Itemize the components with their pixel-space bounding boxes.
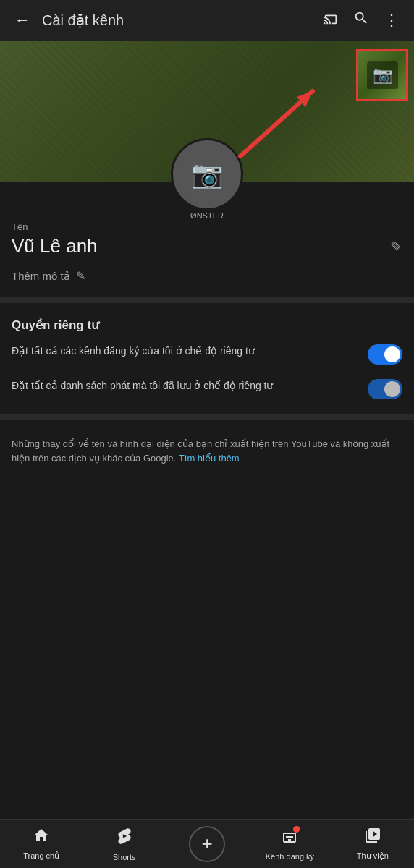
notice-text: Những thay đổi về tên và hình đại diện c…	[12, 437, 402, 465]
more-options-icon[interactable]: ⋮	[381, 8, 402, 33]
library-label: Thư viện	[357, 851, 389, 861]
banner-area: 📷 📷 ØNSTER	[0, 41, 414, 182]
edit-description-icon[interactable]: ✎	[76, 269, 85, 283]
shorts-icon	[115, 827, 134, 850]
toggle-knob	[384, 346, 400, 362]
avatar-camera-icon: 📷	[191, 159, 224, 190]
avatar[interactable]: 📷 ØNSTER	[171, 138, 243, 210]
page-title: Cài đặt kênh	[42, 12, 311, 29]
library-icon	[364, 827, 381, 848]
learn-more-link[interactable]: Tìm hiểu thêm	[179, 453, 240, 464]
toggle-knob-2	[384, 381, 400, 397]
subscriptions-icon	[281, 827, 298, 849]
nav-home[interactable]: Trang chủ	[0, 820, 83, 868]
description-row[interactable]: Thêm mô tả ✎	[12, 269, 402, 283]
subscriptions-label: Kênh đăng ký	[266, 852, 314, 861]
add-icon: +	[201, 833, 212, 855]
edit-name-icon[interactable]: ✎	[390, 238, 402, 255]
subscriptions-privacy-toggle[interactable]	[368, 344, 402, 365]
subscription-badge	[293, 826, 300, 833]
shorts-label: Shorts	[113, 853, 136, 861]
avatar-channel-label: ØNSTER	[190, 211, 224, 220]
playlists-privacy-label: Đặt tất cả danh sách phát mà tôi đã lưu …	[12, 379, 359, 393]
cast-icon[interactable]	[320, 7, 342, 33]
search-icon[interactable]	[350, 7, 372, 33]
privacy-section-title: Quyền riêng tư	[12, 318, 402, 333]
nav-shorts[interactable]: Shorts	[83, 820, 165, 868]
nav-add[interactable]: +	[166, 820, 248, 868]
back-button[interactable]: ←	[12, 8, 33, 33]
name-field-label: Tên	[12, 221, 402, 232]
home-label: Trang chủ	[23, 851, 59, 861]
subscriptions-privacy-label: Đặt tất cả các kênh đăng ký của tôi ở ch…	[12, 344, 359, 359]
playlists-privacy-row: Đặt tất cả danh sách phát mà tôi đã lưu …	[12, 379, 402, 399]
camera-icon: 📷	[367, 61, 398, 89]
subscriptions-privacy-row: Đặt tất cả các kênh đăng ký của tôi ở ch…	[12, 344, 402, 365]
playlists-privacy-toggle[interactable]	[368, 379, 402, 399]
name-row: Vũ Lê anh ✎	[12, 235, 402, 258]
top-bar: ← Cài đặt kênh ⋮	[0, 0, 414, 41]
bottom-divider	[0, 414, 414, 420]
description-placeholder: Thêm mô tả	[12, 270, 70, 283]
banner-photo-thumbnail[interactable]: 📷	[356, 49, 408, 101]
section-divider	[0, 297, 414, 303]
bottom-nav: Trang chủ Shorts + Kênh đăng ký	[0, 819, 414, 868]
content-area: Tên Vũ Lê anh ✎ Thêm mô tả ✎ Quyền riêng…	[0, 182, 414, 465]
channel-name: Vũ Lê anh	[12, 235, 98, 258]
nav-library[interactable]: Thư viện	[331, 820, 414, 868]
home-icon	[33, 827, 50, 848]
nav-subscriptions[interactable]: Kênh đăng ký	[248, 820, 331, 868]
add-button[interactable]: +	[189, 826, 225, 862]
